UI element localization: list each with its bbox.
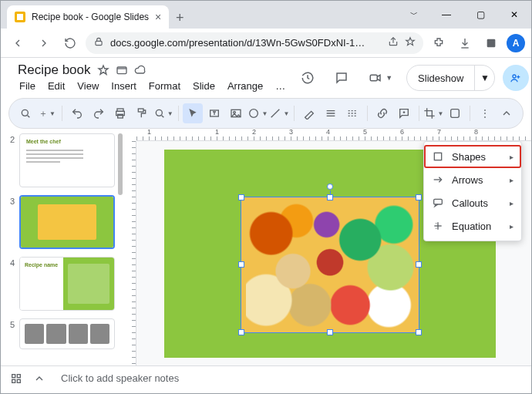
comment-button[interactable] xyxy=(394,103,414,123)
menu-file[interactable]: File xyxy=(18,79,37,93)
shape-button[interactable]: ▼ xyxy=(247,103,268,123)
history-icon[interactable] xyxy=(295,66,321,89)
menu-format[interactable]: Format xyxy=(147,79,182,93)
arrow-icon xyxy=(432,173,444,186)
collapse-toolbar-button[interactable] xyxy=(497,103,517,123)
undo-button[interactable] xyxy=(67,103,87,123)
svg-point-14 xyxy=(250,109,258,118)
url-box[interactable]: docs.google.com/presentation/d/13Wn-5GwS… xyxy=(86,32,423,54)
textbox-button[interactable] xyxy=(204,103,224,123)
resize-handle-sw[interactable] xyxy=(238,329,244,335)
menu-slide[interactable]: Slide xyxy=(191,79,217,93)
shape-menu-arrows[interactable]: Arrows ▸ xyxy=(424,168,521,191)
shape-menu-equation[interactable]: Equation ▸ xyxy=(424,214,521,237)
thumbnail-slide-3[interactable] xyxy=(19,195,115,249)
nav-forward-button[interactable] xyxy=(33,32,55,54)
shape-menu-callouts[interactable]: Callouts ▸ xyxy=(424,191,521,214)
doc-title[interactable]: Recipe book xyxy=(18,62,91,78)
download-icon[interactable] xyxy=(454,32,476,54)
menu-more[interactable]: … xyxy=(274,79,287,93)
svg-point-10 xyxy=(156,109,162,116)
comments-icon[interactable] xyxy=(328,66,355,89)
workspace: 2 Meet the chef 3 4 Recipe name 5 xyxy=(1,129,531,365)
more-button[interactable]: ⋮ xyxy=(475,103,495,123)
border-dash-button[interactable] xyxy=(342,103,362,123)
square-icon xyxy=(432,150,444,163)
thumbnail-scrollbar[interactable] xyxy=(118,133,123,195)
nav-reload-button[interactable] xyxy=(59,32,81,54)
browser-avatar[interactable]: A xyxy=(507,34,525,52)
window-maximize[interactable]: ▢ xyxy=(463,1,497,29)
account-square-icon[interactable] xyxy=(480,32,502,54)
mask-button[interactable] xyxy=(445,103,465,123)
explore-button[interactable] xyxy=(33,372,45,385)
browser-tab[interactable]: Recipe book - Google Slides × xyxy=(7,5,169,29)
thumbnail-row[interactable]: 4 Recipe name xyxy=(7,257,121,311)
zoom-button[interactable]: ▼ xyxy=(153,103,173,123)
new-slide-button[interactable]: ＋▼ xyxy=(37,103,57,123)
slideshow-label[interactable]: Slideshow xyxy=(407,72,474,84)
resize-handle-se[interactable] xyxy=(416,329,422,335)
border-color-button[interactable] xyxy=(299,103,319,123)
link-button[interactable] xyxy=(372,103,392,123)
thumbnail-slide-2[interactable]: Meet the chef xyxy=(19,133,115,187)
search-menus-button[interactable] xyxy=(15,103,35,123)
nav-back-button[interactable] xyxy=(7,32,29,54)
url-text: docs.google.com/presentation/d/13Wn-5GwS… xyxy=(110,37,382,49)
resize-handle-s[interactable] xyxy=(327,329,333,335)
new-tab-button[interactable]: + xyxy=(169,7,190,29)
selected-image[interactable] xyxy=(241,197,419,332)
thumbnail-row[interactable]: 5 xyxy=(7,318,121,349)
svg-point-13 xyxy=(234,111,236,113)
meet-icon[interactable]: ▼ xyxy=(362,66,399,89)
star-icon[interactable] xyxy=(405,36,416,49)
resize-handle-ne[interactable] xyxy=(416,194,422,200)
window-minimize[interactable]: ― xyxy=(429,1,463,29)
thumbnail-number: 4 xyxy=(7,257,15,268)
line-button[interactable]: ▼ xyxy=(269,103,289,123)
extensions-icon[interactable] xyxy=(428,32,450,54)
redo-button[interactable] xyxy=(89,103,109,123)
slideshow-button[interactable]: Slideshow ▼ xyxy=(406,65,495,91)
thumbnail-row[interactable]: 2 Meet the chef xyxy=(7,133,121,187)
thumbnail-slide-5[interactable] xyxy=(19,318,115,349)
menu-arrange[interactable]: Arrange xyxy=(226,79,264,93)
image-button[interactable] xyxy=(226,103,246,123)
tab-title: Recipe book - Google Slides xyxy=(32,12,149,22)
star-doc-icon[interactable] xyxy=(97,64,109,76)
thumbnail-panel[interactable]: 2 Meet the chef 3 4 Recipe name 5 xyxy=(1,129,124,365)
share-button[interactable] xyxy=(503,65,529,91)
slideshow-dropdown[interactable]: ▼ xyxy=(474,66,494,90)
select-tool-button[interactable] xyxy=(183,103,203,123)
horizontal-ruler[interactable]: 1 1 2 3 4 5 6 7 8 xyxy=(136,129,531,141)
print-button[interactable] xyxy=(110,103,130,123)
menu-view[interactable]: View xyxy=(76,79,100,93)
svg-rect-20 xyxy=(12,379,15,382)
window-close[interactable]: ✕ xyxy=(497,1,531,29)
paint-format-button[interactable] xyxy=(132,103,152,123)
thumbnail-slide-4[interactable]: Recipe name xyxy=(19,257,115,311)
rotate-handle[interactable] xyxy=(327,184,333,190)
browser-titlebar: Recipe book - Google Slides × + ﹀ ― ▢ ✕ xyxy=(1,1,531,29)
speaker-notes-placeholder[interactable]: Click to add speaker notes xyxy=(56,372,522,384)
thumbnail-row[interactable]: 3 xyxy=(7,195,121,249)
window-chevrons[interactable]: ﹀ xyxy=(396,1,429,29)
resize-handle-e[interactable] xyxy=(416,261,422,268)
crop-button[interactable]: ▼ xyxy=(423,103,443,123)
resize-handle-n[interactable] xyxy=(327,194,333,200)
grid-view-button[interactable] xyxy=(10,372,22,385)
slide-stage[interactable]: Shapes ▸ Arrows ▸ Callouts ▸ xyxy=(136,141,531,365)
move-doc-icon[interactable] xyxy=(116,64,128,76)
menu-edit[interactable]: Edit xyxy=(46,79,66,93)
cloud-status-icon[interactable] xyxy=(134,64,146,76)
tab-close-icon[interactable]: × xyxy=(155,12,161,22)
menu-insert[interactable]: Insert xyxy=(109,79,138,93)
border-weight-button[interactable] xyxy=(321,103,341,123)
svg-rect-17 xyxy=(434,199,443,204)
resize-handle-nw[interactable] xyxy=(238,194,244,200)
share-url-icon[interactable] xyxy=(388,36,399,49)
shape-menu-shapes[interactable]: Shapes ▸ xyxy=(424,145,521,168)
vertical-ruler[interactable] xyxy=(124,141,136,365)
resize-handle-w[interactable] xyxy=(238,261,244,268)
svg-rect-0 xyxy=(96,41,102,45)
